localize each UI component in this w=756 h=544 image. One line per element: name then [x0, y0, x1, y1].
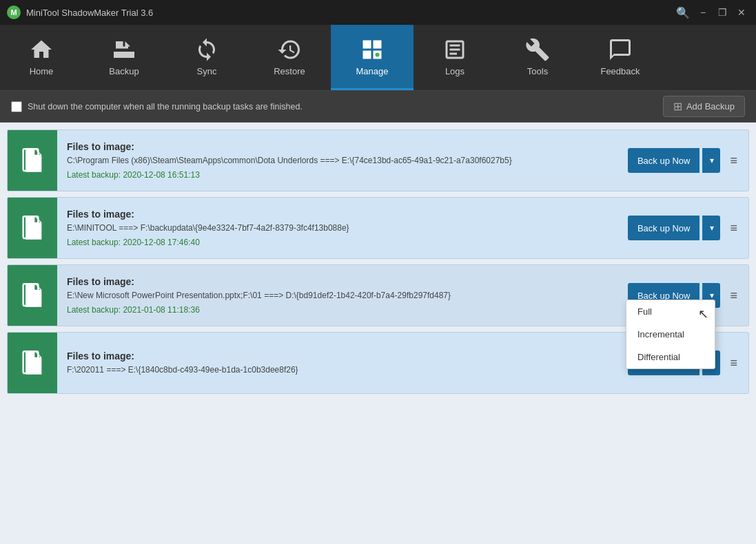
nav-label-logs: Logs	[445, 66, 464, 76]
backup-card-2: Files to image: E:\MINITOOL ===> F:\back…	[7, 197, 749, 259]
nav-label-tools: Tools	[527, 66, 548, 76]
card-latest-2: Latest backup: 2020-12-08 17:46:40	[67, 238, 611, 247]
add-backup-icon: ⊞	[673, 100, 682, 113]
nav-label-backup: Backup	[109, 66, 139, 76]
nav-item-logs[interactable]: Logs	[413, 25, 496, 90]
nav-item-sync[interactable]: Sync	[165, 25, 248, 90]
nav-label-sync: Sync	[197, 66, 217, 76]
card-body-1: Files to image: C:\Program Files (x86)\S…	[57, 130, 621, 191]
restore-icon	[277, 37, 302, 62]
tools-icon	[525, 37, 550, 62]
nav-label-restore: Restore	[274, 66, 305, 76]
nav-item-restore[interactable]: Restore	[248, 25, 331, 90]
minimize-button[interactable]: −	[695, 5, 711, 20]
svg-point-0	[376, 52, 380, 56]
card-icon-area	[8, 198, 57, 258]
card-latest-3: Latest backup: 2021-01-08 11:18:36	[67, 305, 611, 315]
card-path-4: F:\202011 ===> E:\{1840c8bd-c493-49ee-b1…	[67, 364, 611, 376]
search-icon[interactable]: 🔍	[673, 3, 693, 22]
backup-dropdown-arrow-2[interactable]: ▾	[702, 216, 720, 240]
card-menu-button-1[interactable]: ≡	[726, 151, 742, 171]
backup-dropdown-menu-3: FullIncrementalDifferential	[626, 300, 715, 369]
shutdown-checkbox[interactable]	[11, 101, 22, 112]
nav-item-feedback[interactable]: Feedback	[579, 25, 662, 90]
backup-card-3: Files to image: E:\New Microsoft PowerPo…	[7, 264, 749, 326]
toolbar: Shut down the computer when all the runn…	[0, 91, 756, 123]
backup-now-button-2[interactable]: Back up Now	[628, 216, 700, 240]
card-title-2: Files to image:	[67, 209, 611, 220]
navbar: Home Backup Sync Restore Manage Logs	[0, 25, 756, 91]
shutdown-label[interactable]: Shut down the computer when all the runn…	[28, 102, 303, 112]
backup-dropdown-arrow-1[interactable]: ▾	[702, 148, 720, 173]
nav-item-tools[interactable]: Tools	[496, 25, 579, 90]
dropdown-item-incremental[interactable]: Incremental	[626, 323, 715, 346]
add-backup-label: Add Backup	[686, 101, 735, 112]
dropdown-item-full[interactable]: Full	[626, 300, 715, 323]
app-icon: M	[7, 6, 21, 19]
card-path-3: E:\New Microsoft PowerPoint Presentation…	[67, 290, 611, 302]
card-menu-button-4[interactable]: ≡	[726, 353, 742, 373]
dropdown-item-differential[interactable]: Differential	[626, 346, 715, 368]
card-body-4: Files to image: F:\202011 ===> E:\{1840c…	[57, 333, 621, 393]
backup-icon	[112, 37, 136, 62]
nav-label-manage: Manage	[356, 66, 389, 76]
nav-item-home[interactable]: Home	[0, 25, 83, 90]
backup-now-button-1[interactable]: Back up Now	[628, 148, 700, 173]
card-path-1: C:\Program Files (x86)\Steam\SteamApps\c…	[67, 155, 611, 167]
card-body-3: Files to image: E:\New Microsoft PowerPo…	[57, 265, 621, 326]
nav-item-backup[interactable]: Backup	[83, 25, 165, 90]
manage-icon	[360, 37, 385, 62]
card-icon-area	[8, 333, 57, 393]
files-icon	[19, 349, 46, 377]
card-title-4: Files to image:	[67, 351, 611, 362]
card-latest-1: Latest backup: 2020-12-08 16:51:13	[67, 170, 611, 180]
card-icon-area	[8, 265, 57, 326]
card-icon-area	[8, 130, 57, 191]
main-content: Files to image: C:\Program Files (x86)\S…	[0, 123, 756, 544]
app-title: MiniTool ShadowMaker Trial 3.6	[26, 8, 673, 18]
card-path-2: E:\MINITOOL ===> F:\backupdata\{9e4e3324…	[67, 222, 611, 234]
logs-icon	[442, 37, 467, 62]
card-actions-1: Back up Now ▾ ≡ FullIncrementalDifferent…	[621, 130, 748, 191]
files-icon	[19, 147, 46, 174]
card-menu-button-3[interactable]: ≡	[726, 286, 742, 306]
card-title-3: Files to image:	[67, 276, 611, 287]
card-title-1: Files to image:	[67, 141, 611, 152]
backup-card-1: Files to image: C:\Program Files (x86)\S…	[7, 129, 749, 191]
shutdown-checkbox-area: Shut down the computer when all the runn…	[11, 101, 655, 112]
files-icon	[19, 214, 46, 242]
sync-icon	[194, 37, 219, 62]
restore-button[interactable]: ❐	[715, 5, 730, 20]
card-menu-button-2[interactable]: ≡	[726, 218, 742, 238]
feedback-icon	[608, 37, 633, 62]
nav-item-manage[interactable]: Manage	[331, 25, 413, 90]
card-body-2: Files to image: E:\MINITOOL ===> F:\back…	[57, 198, 621, 258]
nav-label-feedback: Feedback	[600, 66, 640, 76]
card-actions-3: Back up Now ▾ ≡ FullIncrementalDifferent…	[621, 265, 748, 326]
add-backup-button[interactable]: ⊞ Add Backup	[663, 96, 745, 117]
files-icon	[19, 282, 46, 309]
title-bar: M MiniTool ShadowMaker Trial 3.6 🔍 − ❐ ✕	[0, 0, 756, 25]
close-button[interactable]: ✕	[734, 5, 749, 20]
home-icon	[29, 37, 54, 62]
nav-label-home: Home	[30, 66, 54, 76]
window-controls: − ❐ ✕	[695, 5, 749, 20]
card-actions-2: Back up Now ▾ ≡ FullIncrementalDifferent…	[621, 198, 748, 258]
